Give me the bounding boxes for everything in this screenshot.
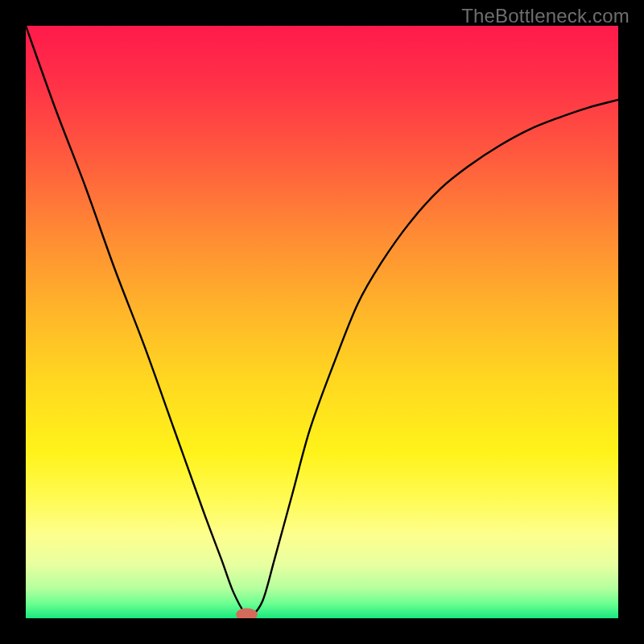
chart-svg xyxy=(26,26,618,618)
watermark-text: TheBottleneck.com xyxy=(461,5,630,27)
chart-frame: TheBottleneck.com xyxy=(0,0,644,644)
gradient-background xyxy=(26,26,618,618)
plot-area xyxy=(26,26,618,618)
